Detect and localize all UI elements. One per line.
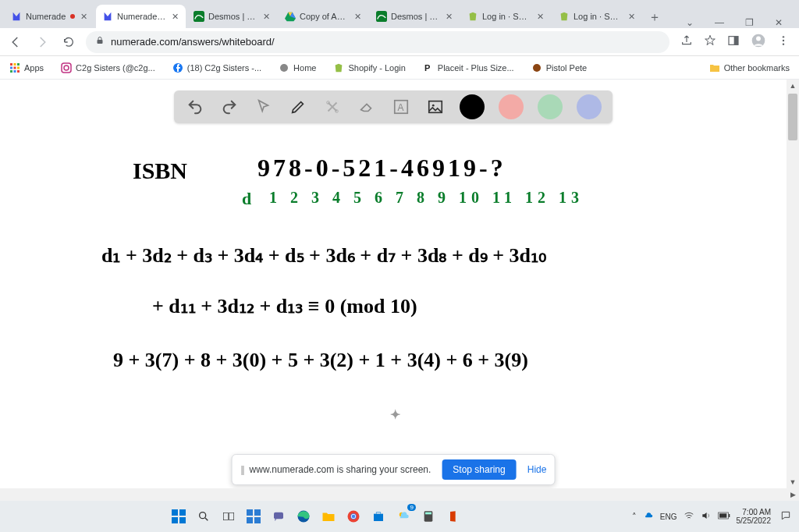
svg-marker-1 [105,12,112,21]
other-bookmarks[interactable]: Other bookmarks [706,60,793,76]
bookmark-home[interactable]: Home [275,60,319,76]
scroll-up-icon[interactable]: ▲ [787,80,799,92]
weather-button[interactable] [392,505,414,527]
taskbar-clock[interactable]: 7:00 AM 5/25/2022 [737,508,772,525]
text-tool[interactable]: A [391,97,411,117]
tab-close-icon[interactable]: ✕ [261,12,271,21]
share-icon[interactable] [680,34,693,50]
search-button[interactable] [193,505,215,527]
tab-shopify-login-1[interactable]: Log in · Shopify ✕ [461,5,551,28]
profile-avatar[interactable] [751,33,766,51]
tab-desmos-math[interactable]: Desmos | Math ✕ [370,5,460,28]
omnibox[interactable]: numerade.com/answers/whiteboard/ [86,31,669,53]
tab-close-icon[interactable]: ✕ [444,12,453,21]
vertical-scrollbar[interactable]: ▲ ▼ [787,80,799,488]
svg-rect-47 [274,512,283,520]
eraser-tool[interactable] [357,97,377,117]
favicon-desmos [376,11,387,22]
tray-language[interactable]: ENG [660,512,677,521]
tab-close-icon[interactable]: ✕ [627,12,636,21]
undo-button[interactable] [185,97,205,117]
tab-desmos-graph[interactable]: Desmos | Graph ✕ [187,5,277,28]
new-tab-button[interactable]: ＋ [644,6,666,28]
notifications-button[interactable] [777,510,794,523]
color-green[interactable] [538,94,563,119]
edge-button[interactable] [293,505,314,527]
bookmark-label: Home [293,63,316,73]
bookmark-placeit[interactable]: P Placeit - Plus Size... [420,60,517,76]
bookmark-shopify[interactable]: Shopify - Login [330,60,408,76]
tab-copy-of-ann[interactable]: Copy of Ann X ✕ [279,5,368,28]
svg-point-13 [783,39,784,41]
tab-title: Desmos | Graph [208,12,257,21]
side-panel-icon[interactable] [727,34,740,50]
forward-button[interactable] [33,33,51,51]
svg-rect-23 [17,70,20,73]
svg-rect-22 [14,70,16,73]
store-button[interactable] [368,505,389,527]
tab-title: Copy of Ann X [300,12,349,21]
tab-title: Log in · Shopify [574,12,623,21]
tools-button[interactable] [322,97,343,117]
color-blue[interactable] [577,94,602,119]
image-tool[interactable] [425,97,446,117]
reload-button[interactable] [59,33,78,51]
redo-button[interactable] [219,97,240,117]
svg-rect-15 [10,63,12,66]
tab-close-icon[interactable]: ✕ [535,12,545,21]
calculator-button[interactable] [417,505,439,527]
handwriting-formula-line2: + d₁₁ + 3d₁₂ + d₁₃ ≡ 0 (mod 10) [152,294,417,318]
explorer-button[interactable] [318,505,339,527]
scroll-right-icon[interactable]: ▶ [787,491,799,498]
tab-close-icon[interactable]: ✕ [79,12,88,21]
window-maximize-icon[interactable]: ❐ [741,17,757,28]
window-dropdown-icon[interactable]: ⌄ [682,17,698,28]
start-button[interactable] [168,505,190,527]
scrollbar-thumb[interactable] [788,94,797,140]
window-minimize-icon[interactable]: ― [712,17,727,28]
tab-close-icon[interactable]: ✕ [170,12,179,21]
stop-sharing-button[interactable]: Stop sharing [442,459,516,480]
tab-numerade-whiteboard[interactable]: Numerade Whiteboard ✕ [96,5,186,28]
pen-tool[interactable] [288,97,308,117]
chrome-button[interactable] [343,505,364,527]
instagram-icon [61,62,72,73]
scroll-down-icon[interactable]: ▼ [787,476,799,488]
office-button[interactable] [442,505,464,527]
svg-rect-6 [376,11,387,22]
whiteboard-canvas[interactable]: A ISBN 978-0-521-46919-? d 1 2 3 4 5 6 7… [0,80,787,488]
back-button[interactable] [6,33,25,51]
svg-rect-21 [10,70,12,73]
widgets-button[interactable] [243,505,265,527]
bookmark-facebook[interactable]: (18) C2g Sisters -... [169,60,265,76]
task-view-button[interactable] [218,505,240,527]
tray-chevron-icon[interactable]: ˄ [632,512,637,522]
tray-battery-icon[interactable] [718,512,730,521]
bookmark-apps[interactable]: Apps [6,60,47,76]
bookmark-instagram[interactable]: C2g Sisters (@c2g... [58,60,158,76]
chat-button[interactable] [268,505,289,527]
tab-numerade[interactable]: Numerade ✕ [5,5,94,28]
handwriting-calculation: 9 + 3(7) + 8 + 3(0) + 5 + 3(2) + 1 + 3(4… [113,349,528,372]
color-red[interactable] [499,94,524,119]
tray-volume-icon[interactable] [701,510,712,523]
tab-shopify-login-2[interactable]: Log in · Shopify ✕ [552,5,642,28]
hide-share-bar[interactable]: Hide [527,464,547,475]
star-icon[interactable] [704,34,716,50]
menu-icon[interactable] [777,34,790,50]
horizontal-scrollbar[interactable]: ▶ [0,488,799,501]
pointer-tool[interactable] [254,97,274,117]
screen-share-bar: ‖www.numerade.com is sharing your screen… [232,454,556,485]
svg-rect-43 [247,509,253,516]
window-close-icon[interactable]: ✕ [771,17,787,28]
tray-onedrive-icon[interactable] [643,510,654,523]
svg-rect-58 [729,514,730,517]
tab-close-icon[interactable]: ✕ [353,12,362,21]
svg-rect-36 [172,509,178,516]
color-black[interactable] [460,94,485,119]
facebook-icon [172,62,183,73]
tray-wifi-icon[interactable] [684,510,694,523]
favicon-desmos [194,11,204,22]
bookmark-pistol-pete[interactable]: Pistol Pete [528,60,591,76]
svg-point-11 [756,36,761,41]
